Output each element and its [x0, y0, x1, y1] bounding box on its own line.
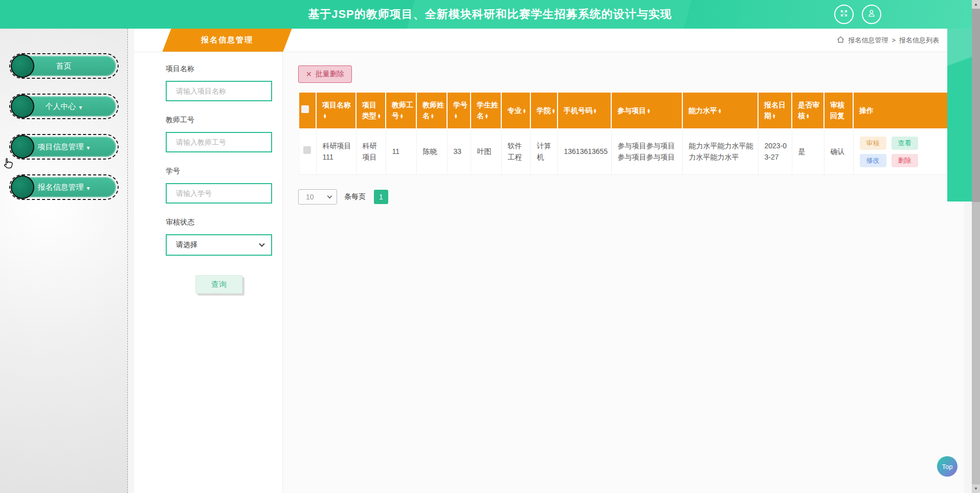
menu-bullet-icon	[11, 95, 34, 118]
sidebar-item-label: 报名信息管理	[37, 183, 83, 192]
teal-side-strip	[947, 29, 972, 201]
sort-icon[interactable]	[719, 108, 721, 114]
chevron-down-icon	[327, 194, 332, 199]
topbar-icons	[834, 5, 881, 24]
batch-delete-label: 批量删除	[316, 70, 344, 79]
sidebar-item-label: 项目信息管理	[37, 142, 83, 152]
col-college: 学院	[530, 92, 558, 129]
page-number-button[interactable]: 1	[374, 190, 388, 204]
view-button[interactable]: 查看	[892, 137, 918, 150]
cell-teacher-id: 11	[386, 129, 416, 175]
content-header-band: 报名信息管理 报名信息管理 > 报名信息列表	[134, 29, 947, 52]
teacher-id-label: 教师工号	[166, 116, 272, 125]
sort-icon[interactable]	[648, 108, 650, 114]
col-teacher-id: 教师工号	[386, 92, 416, 129]
col-student-id: 学号	[447, 92, 471, 129]
page-scrollbar[interactable]	[972, 0, 980, 493]
chevron-down-icon	[86, 183, 90, 192]
cell-teacher-name: 陈晓	[416, 129, 447, 175]
sidebar-item-registration-info[interactable]: 报名信息管理	[9, 174, 119, 200]
cell-join-project: 参与项目参与项目参与项目参与项目	[611, 129, 682, 175]
sort-icon[interactable]	[455, 114, 457, 119]
col-teacher-name: 教师姓名	[416, 92, 447, 129]
table-row: 科研项目111 科研项目 11 陈晓 33 叶图 软件工程 计算机 136136…	[299, 129, 950, 175]
cell-audit-reply: 确认	[824, 129, 853, 175]
sort-icon[interactable]	[400, 114, 403, 119]
user-button[interactable]	[862, 5, 881, 24]
cell-audited: 是	[792, 129, 824, 175]
project-name-label: 项目名称	[166, 64, 272, 74]
registration-table: 项目名称 项目类型 教师工号 教师姓名 学号 学生姓名 专业 学院 手机号码 参…	[298, 92, 951, 175]
review-button[interactable]: 审核	[860, 137, 886, 150]
batch-delete-button[interactable]: ✕ 批量删除	[298, 65, 352, 83]
col-project-type: 项目类型	[356, 92, 386, 129]
edit-button[interactable]: 修改	[860, 154, 886, 167]
col-major: 专业	[501, 92, 530, 129]
scroll-up-arrow-icon[interactable]	[972, 0, 980, 9]
fullscreen-button[interactable]	[834, 5, 854, 24]
sort-icon[interactable]	[324, 114, 326, 119]
select-value: 请选择	[176, 240, 197, 250]
sort-icon[interactable]	[485, 114, 488, 119]
page-size-value: 10	[306, 193, 314, 201]
audit-status-select[interactable]: 请选择	[166, 234, 272, 256]
pagination: 10 条每页 1	[298, 189, 951, 205]
col-audit-reply: 审核回复	[824, 92, 853, 129]
scrollbar-thumb[interactable]	[972, 9, 980, 202]
filter-panel: 项目名称 教师工号 学号 审核状态 请选择 查询	[134, 52, 282, 493]
sort-icon[interactable]	[523, 108, 526, 114]
col-project-name: 项目名称	[316, 92, 356, 129]
row-checkbox[interactable]	[303, 146, 311, 154]
chevron-down-icon	[259, 241, 264, 246]
sidebar-item-project-info[interactable]: 项目信息管理	[9, 134, 119, 160]
project-name-input[interactable]	[166, 81, 272, 101]
search-button[interactable]: 查询	[195, 275, 242, 294]
back-to-top-button[interactable]: Top	[937, 456, 957, 477]
chevron-down-icon	[86, 143, 90, 151]
cell-student-id: 33	[447, 129, 471, 175]
col-ability-level: 能力水平	[682, 92, 758, 129]
col-student-name: 学生姓名	[471, 92, 501, 129]
delete-button[interactable]: 删除	[892, 154, 918, 167]
menu-bullet-icon	[11, 175, 34, 199]
menu-bullet-icon	[11, 54, 34, 78]
cell-ability-level: 能力水平能力水平能力水平能力水平	[682, 129, 758, 175]
screen: 基于JSP的教师项目、全新模块科研和比赛学生招募系统的设计与实现	[0, 0, 980, 493]
cell-signup-date: 2023-03-27	[758, 129, 792, 175]
tab-registration-info-management[interactable]: 报名信息管理	[162, 29, 292, 52]
home-icon	[837, 36, 844, 45]
sort-icon[interactable]	[552, 108, 555, 114]
page-size-select[interactable]: 10	[298, 189, 337, 205]
cell-project-type: 科研项目	[356, 129, 386, 175]
fullscreen-icon	[839, 8, 849, 20]
sort-icon[interactable]	[378, 114, 381, 119]
sort-icon[interactable]	[773, 114, 775, 119]
cell-project-name: 科研项目111	[316, 129, 356, 175]
student-id-input[interactable]	[166, 183, 272, 204]
user-icon	[866, 8, 877, 20]
close-icon: ✕	[306, 70, 312, 78]
cell-major: 软件工程	[501, 129, 530, 175]
sidebar-item-label: 首页	[56, 61, 72, 71]
table-header-row: 项目名称 项目类型 教师工号 教师姓名 学号 学生姓名 专业 学院 手机号码 参…	[299, 92, 950, 129]
sort-icon[interactable]	[431, 114, 434, 119]
tab-label: 报名信息管理	[201, 35, 253, 45]
menu-bullet-icon	[11, 135, 34, 159]
select-all-checkbox[interactable]	[301, 105, 309, 113]
col-phone: 手机号码	[558, 92, 611, 129]
sort-icon[interactable]	[594, 108, 596, 114]
col-audited: 是否审核	[792, 92, 824, 129]
sidebar-item-home[interactable]: 首页	[9, 53, 119, 79]
sort-icon[interactable]	[807, 114, 809, 119]
breadcrumb: 报名信息管理 > 报名信息列表	[837, 29, 947, 52]
breadcrumb-item: 报名信息列表	[899, 36, 939, 45]
sidebar-item-personal-center[interactable]: 个人中心	[9, 94, 119, 119]
main-content: 报名信息管理 报名信息管理 > 报名信息列表 项目名称 教师工号	[134, 29, 947, 493]
cell-phone: 13613613655	[558, 129, 611, 175]
col-join-project: 参与项目	[611, 92, 682, 129]
teacher-id-input[interactable]	[166, 132, 272, 152]
page-title: 基于JSP的教师项目、全新模块科研和比赛学生招募系统的设计与实现	[308, 7, 672, 22]
col-actions: 操作	[853, 92, 950, 129]
scroll-down-arrow-icon[interactable]	[972, 484, 980, 493]
breadcrumb-item[interactable]: 报名信息管理	[848, 36, 888, 45]
